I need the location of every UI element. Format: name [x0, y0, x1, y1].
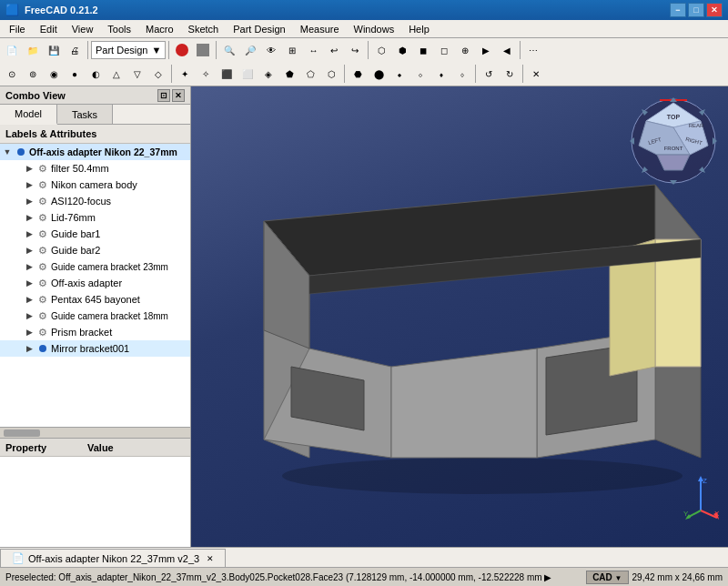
workbench-dropdown[interactable]: Part Design ▼: [91, 41, 166, 59]
menu-bar: File Edit View Tools Macro Sketch Part D…: [0, 20, 728, 38]
tool2-1[interactable]: ⊙: [2, 64, 22, 84]
view-tool-5[interactable]: ↔: [303, 40, 323, 60]
tool2-12[interactable]: ⬜: [238, 64, 258, 84]
3d-tool-2[interactable]: ⬢: [392, 40, 412, 60]
svg-text:TOP: TOP: [667, 114, 681, 120]
tool2-22[interactable]: ⬨: [452, 64, 472, 84]
tool2-6[interactable]: △: [106, 64, 126, 84]
view-tool-3[interactable]: 👁: [261, 40, 281, 60]
open-button[interactable]: 📁: [23, 40, 43, 60]
tree-item-4[interactable]: ▶ ⚙ Guide bar1: [0, 226, 190, 242]
tree-item-10[interactable]: ▶ ⚙ Prism bracket: [0, 324, 190, 340]
nav-cube-svg: TOP RIGHT LEFT FRONT REAR: [628, 96, 719, 187]
3d-tool-4[interactable]: ◻: [434, 40, 454, 60]
menu-edit[interactable]: Edit: [33, 20, 65, 37]
doc-tab-label: Off-axis adapter Nikon 22_37mm v2_3: [28, 553, 199, 564]
minimize-button[interactable]: −: [670, 3, 686, 17]
tool2-3[interactable]: ◉: [44, 64, 64, 84]
menu-windows[interactable]: Windows: [347, 20, 402, 37]
menu-sketch[interactable]: Sketch: [181, 20, 227, 37]
view-tool-2[interactable]: 🔎: [240, 40, 260, 60]
tool2-24[interactable]: ↻: [500, 64, 520, 84]
doc-tab-close[interactable]: ✕: [207, 554, 214, 563]
menu-partdesign[interactable]: Part Design: [226, 20, 292, 37]
close-button[interactable]: ✕: [706, 3, 723, 17]
menu-help[interactable]: Help: [401, 20, 437, 37]
menu-measure[interactable]: Measure: [293, 20, 347, 37]
tree-item-label-2: ASI120-focus: [51, 196, 111, 207]
view-tool-1[interactable]: 🔍: [219, 40, 239, 60]
tree-item-11[interactable]: ▶ Mirror bracket001: [0, 340, 190, 357]
tree-item-9[interactable]: ▶ ⚙ Guide camera bracket 18mm: [0, 308, 190, 324]
tree-item-0[interactable]: ▶ ⚙ filter 50.4mm: [0, 160, 190, 177]
tool2-10[interactable]: ✧: [196, 64, 216, 84]
tree-root[interactable]: ▼ Off-axis adapter Nikon 22_37mm: [0, 144, 190, 160]
3d-tool-6[interactable]: ▶: [476, 40, 496, 60]
combo-close-button[interactable]: ✕: [172, 89, 185, 102]
tool2-9[interactable]: ✦: [175, 64, 195, 84]
tool2-4[interactable]: ●: [65, 64, 85, 84]
print-button[interactable]: 🖨: [65, 40, 85, 60]
combo-view-title: Combo View: [5, 90, 66, 101]
tree-item-label-1: Nikon camera body: [51, 179, 137, 190]
menu-view[interactable]: View: [65, 20, 101, 37]
cad-dropdown-arrow: ▼: [615, 574, 622, 582]
tool2-13[interactable]: ◈: [258, 64, 278, 84]
restore-button[interactable]: □: [688, 3, 704, 17]
menu-file[interactable]: File: [2, 20, 33, 37]
tool2-23[interactable]: ↺: [479, 64, 499, 84]
tree-item-label-7: Off-axis adapter: [51, 278, 122, 288]
tool2-15[interactable]: ⬠: [300, 64, 320, 84]
workbench-arrow: ▼: [151, 45, 161, 56]
new-button[interactable]: 📄: [2, 40, 22, 60]
tree-item-7[interactable]: ▶ ⚙ Off-axis adapter: [0, 275, 190, 291]
tool2-11[interactable]: ⬛: [217, 64, 237, 84]
3d-tool-7[interactable]: ◀: [497, 40, 517, 60]
save-button[interactable]: 💾: [44, 40, 64, 60]
nav-cube[interactable]: TOP RIGHT LEFT FRONT REAR: [628, 96, 719, 187]
doc-tab-1[interactable]: 📄 Off-axis adapter Nikon 22_37mm v2_3 ✕: [0, 549, 226, 567]
tab-tasks[interactable]: Tasks: [57, 105, 113, 124]
combo-float-button[interactable]: ⊡: [157, 89, 170, 102]
3d-tool-5[interactable]: ⊕: [455, 40, 475, 60]
status-cad-button[interactable]: CAD ▼: [586, 571, 628, 584]
tool2-20[interactable]: ⬦: [410, 64, 430, 84]
more-tools[interactable]: ⋯: [523, 40, 543, 60]
tree-area: ▼ Off-axis adapter Nikon 22_37mm ▶ ⚙ fil…: [0, 144, 190, 427]
red-circle-button[interactable]: [172, 40, 192, 60]
gray-rect-button[interactable]: [193, 40, 213, 60]
menu-tools[interactable]: Tools: [100, 20, 138, 37]
tool2-21[interactable]: ⬧: [431, 64, 451, 84]
tree-item-2[interactable]: ▶ ⚙ ASI120-focus: [0, 193, 190, 209]
tool2-2[interactable]: ⊚: [23, 64, 43, 84]
view-tool-4[interactable]: ⊞: [282, 40, 302, 60]
view-tool-6[interactable]: ↩: [324, 40, 344, 60]
tree-item-6[interactable]: ▶ ⚙ Guide camera bracket 23mm: [0, 258, 190, 275]
tab-model[interactable]: Model: [0, 105, 57, 125]
sep5: [520, 41, 521, 59]
tool2-5[interactable]: ◐: [86, 64, 106, 84]
property-col1-header: Property: [5, 442, 87, 453]
tree-item-1[interactable]: ▶ ⚙ Nikon camera body: [0, 177, 190, 193]
tree-item-5[interactable]: ▶ ⚙ Guide bar2: [0, 242, 190, 258]
menu-macro[interactable]: Macro: [138, 20, 181, 37]
tool2-19[interactable]: ⬥: [389, 64, 410, 84]
viewport[interactable]: TOP RIGHT LEFT FRONT REAR: [191, 86, 728, 547]
3d-tool-1[interactable]: ⬡: [371, 40, 391, 60]
tool2-17[interactable]: ⬣: [348, 64, 368, 84]
left-panel: Combo View ⊡ ✕ Model Tasks Labels & Attr…: [0, 86, 191, 547]
tree-item-label-10: Prism bracket: [51, 327, 112, 338]
tree-scrollbar[interactable]: [0, 427, 190, 438]
status-coordinates: 29,42 mm x 24,66 mm: [632, 572, 723, 582]
view-tool-7[interactable]: ↪: [345, 40, 365, 60]
tool2-14[interactable]: ⬟: [279, 64, 299, 84]
svg-text:X: X: [714, 510, 719, 518]
tool2-8[interactable]: ◇: [148, 64, 168, 84]
tree-item-3[interactable]: ▶ ⚙ Lid-76mm: [0, 209, 190, 226]
tool2-25[interactable]: ✕: [526, 64, 546, 84]
3d-tool-3[interactable]: ◼: [413, 40, 433, 60]
tree-item-8[interactable]: ▶ ⚙ Pentax 645 bayonet: [0, 291, 190, 308]
tool2-18[interactable]: ⬤: [369, 64, 389, 84]
tool2-16[interactable]: ⬡: [321, 64, 341, 84]
tool2-7[interactable]: ▽: [127, 64, 147, 84]
